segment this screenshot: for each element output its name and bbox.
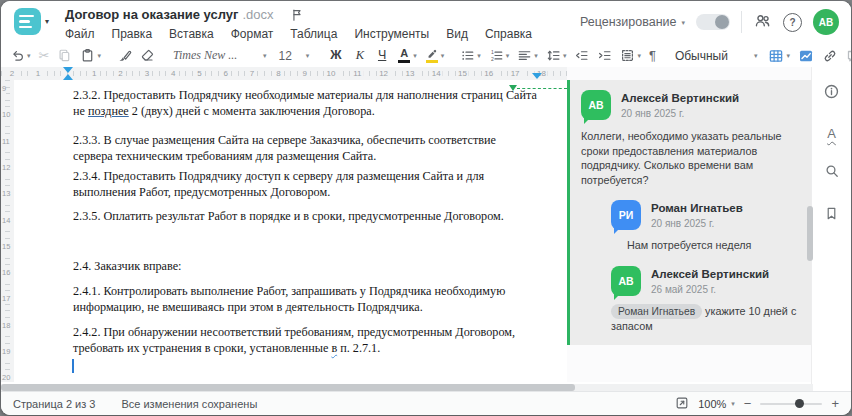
font-color-button[interactable]: А ▾ (396, 46, 418, 66)
caret-down-icon: ▾ (477, 52, 481, 59)
zoom-slider-thumb[interactable] (795, 399, 804, 408)
menu-file[interactable]: Файл (65, 27, 95, 41)
caret-down-icon: ▾ (306, 52, 310, 59)
zoom-level-select[interactable]: 100% ▾ (698, 398, 735, 410)
font-name-value: Times New ... (173, 48, 249, 63)
font-size-value: 12 (278, 49, 291, 63)
line-spacing-button[interactable]: ▾ (545, 46, 568, 66)
help-icon[interactable]: ? (783, 13, 802, 32)
cut-button[interactable]: ✂ (38, 46, 51, 66)
ruler-number: 3 (143, 68, 151, 79)
toggle-knob (715, 15, 729, 29)
ruler-number: 1 (34, 68, 42, 79)
comment-reply[interactable]: АВ Алексей Вертинский 26 май 2025 г. Ром… (611, 266, 801, 334)
horizontal-scrollbar[interactable] (1, 384, 813, 391)
font-size-select[interactable]: 12 ▾ (275, 49, 312, 63)
menu-tools[interactable]: Инструменты (354, 27, 429, 41)
fit-width-icon[interactable] (675, 396, 689, 412)
comment-date: 20 янв 2025 г. (651, 218, 743, 229)
highlight-color-button[interactable]: ▾ (424, 46, 446, 66)
document-info-icon[interactable] (823, 83, 840, 104)
zoom-level-value: 100% (698, 398, 726, 410)
paragraph-2-3-2[interactable]: 2.3.2. Предоставить Подрядчику необходим… (73, 87, 538, 119)
search-icon[interactable] (824, 163, 840, 183)
undo-button[interactable]: ▾ (9, 46, 32, 66)
comment-reply[interactable]: РИ Роман Игнатьев 20 янв 2025 г. Нам пот… (611, 200, 801, 253)
app-logo-icon[interactable] (14, 8, 41, 35)
insert-table-button[interactable]: ▾ (767, 46, 791, 66)
paragraph-text: 2 (двух) дней с момента заключения Догов… (129, 104, 375, 118)
menu-insert[interactable]: Вставка (169, 27, 214, 41)
caret-down-icon: ▾ (786, 52, 790, 59)
paragraph-style-select[interactable]: Обычный ▾ (671, 49, 762, 63)
commented-text[interactable]: позднее (88, 104, 129, 118)
zoom-in-button[interactable]: + (831, 397, 839, 410)
right-sidebar: А (811, 67, 851, 391)
user-avatar[interactable]: АВ (813, 9, 839, 35)
bold-button[interactable]: Ж (326, 46, 345, 66)
paragraph-settings-button[interactable]: ▾ (619, 46, 642, 66)
vertical-ruler[interactable]: 91011121314151617181920 (1, 80, 14, 382)
format-painter-button[interactable] (116, 46, 133, 66)
ruler-number: 1 (90, 68, 98, 79)
spellcheck-icon[interactable]: А (827, 127, 836, 140)
ruler-number: 2 (116, 68, 124, 79)
document-page[interactable]: 2.3.2. Предоставить Подрядчику необходим… (14, 80, 567, 382)
caret-down-icon: ▾ (413, 52, 417, 59)
document-title-extension: .docx (242, 7, 273, 22)
pilcrow-icon: ¶ (649, 49, 656, 62)
flag-icon[interactable] (290, 8, 304, 22)
bookmark-icon[interactable] (824, 206, 839, 225)
review-mode-dropdown[interactable]: Рецензирование ▾ (580, 15, 685, 29)
clear-style-button[interactable] (139, 46, 156, 66)
underline-button[interactable]: Ч (374, 46, 390, 66)
comment-text: Коллеги, необходимо указать реальные сро… (581, 129, 801, 187)
numbered-list-button[interactable]: 12 ▾ (488, 46, 511, 66)
insert-link-button[interactable] (821, 46, 839, 66)
comment-avatar: АВ (581, 90, 611, 120)
ruler-number: 18 (2, 320, 10, 331)
nonprinting-chars-button[interactable]: ¶ (648, 46, 657, 66)
menu-format[interactable]: Формат (231, 27, 274, 41)
zoom-slider[interactable] (760, 403, 822, 405)
highlight-color-bar (426, 60, 438, 63)
bullet-list-button[interactable]: ▾ (459, 46, 482, 66)
paragraph-2-4[interactable]: 2.4. Заказчик вправе: (73, 258, 538, 274)
comment-thread[interactable]: АВ Алексей Вертинский 20 янв 2025 г. Кол… (567, 80, 813, 345)
paste-button[interactable]: ▾ (79, 46, 102, 66)
paragraph-2-3-4[interactable]: 2.3.4. Предоставить Подрядчику доступ к … (73, 168, 538, 200)
horizontal-ruler[interactable]: 21123456789101112131415161718 (1, 67, 567, 80)
comment-avatar: РИ (611, 200, 641, 230)
copy-button[interactable] (56, 46, 73, 66)
caret-down-icon: ▾ (263, 52, 267, 59)
increase-indent-button[interactable] (596, 46, 613, 66)
vertical-scrollbar[interactable] (807, 206, 813, 261)
review-toggle[interactable] (696, 14, 730, 30)
menu-view[interactable]: Вид (446, 27, 468, 41)
menu-table[interactable]: Таблица (290, 27, 337, 41)
menubar: Файл Правка Вставка Формат Таблица Инстр… (65, 27, 532, 41)
page-indicator[interactable]: Страница 2 из 3 (13, 398, 95, 410)
mention-chip: Роман Игнатьев (611, 304, 702, 319)
italic-label: К (353, 49, 367, 62)
menu-help[interactable]: Справка (485, 27, 532, 41)
logo-caret-down-icon[interactable]: ▾ (45, 17, 49, 26)
ruler-number: 12 (2, 162, 10, 173)
ruler-number: 16 (482, 68, 495, 79)
decrease-indent-button[interactable] (573, 46, 590, 66)
insert-image-button[interactable] (797, 46, 815, 66)
zoom-out-button[interactable]: − (744, 397, 752, 410)
paragraph-2-4-2[interactable]: 2.4.2. При обнаружении несоответствий тр… (73, 324, 538, 356)
font-name-select[interactable]: Times New ... ▾ (170, 48, 270, 63)
align-button[interactable]: ▾ (516, 46, 539, 66)
insert-comment-button[interactable] (845, 46, 851, 66)
italic-button[interactable]: К (352, 46, 368, 66)
menu-edit[interactable]: Правка (112, 27, 153, 41)
horizontal-scrollbar-thumb[interactable] (1, 384, 575, 391)
paragraph-2-4-1[interactable]: 2.4.1. Контролировать выполнение Работ, … (73, 283, 538, 315)
paragraph-2-3-5[interactable]: 2.3.5. Оплатить результат Работ в порядк… (73, 208, 538, 224)
caret-down-icon: ▾ (441, 52, 445, 59)
header-divider (741, 11, 742, 33)
collaboration-users-icon[interactable] (753, 12, 772, 33)
paragraph-2-3-3[interactable]: 2.3.3. В случае размещения Сайта на серв… (73, 132, 538, 164)
